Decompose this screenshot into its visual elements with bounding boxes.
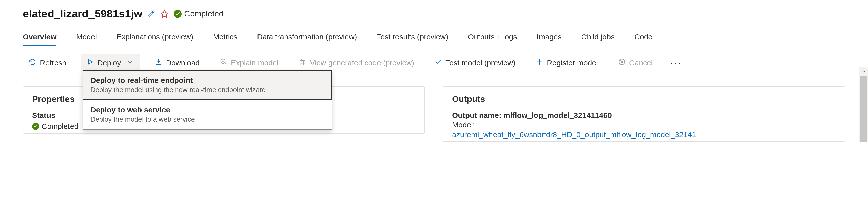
- download-label: Download: [166, 59, 199, 67]
- tab-metrics[interactable]: Metrics: [213, 33, 238, 46]
- vertical-scrollbar[interactable]: [860, 67, 868, 142]
- status-text: Completed: [184, 9, 223, 19]
- output-model-link[interactable]: azureml_wheat_fly_6wsnbrfdr8_HD_0_output…: [452, 130, 836, 139]
- edit-icon[interactable]: [147, 9, 155, 18]
- plus-icon: [536, 58, 543, 67]
- play-icon: [87, 58, 94, 67]
- tabs: Overview Model Explanations (preview) Me…: [23, 33, 845, 46]
- scroll-up-arrow-icon[interactable]: [860, 67, 868, 76]
- refresh-button[interactable]: Refresh: [23, 53, 72, 72]
- tab-overview[interactable]: Overview: [23, 33, 56, 46]
- register-label: Register model: [547, 59, 598, 67]
- status-badge: Completed: [174, 9, 223, 19]
- checkmark-icon: [434, 58, 442, 67]
- viewcode-label: View generated code (preview): [310, 59, 414, 67]
- status-value: Completed: [42, 122, 78, 131]
- tab-explanations[interactable]: Explanations (preview): [117, 33, 193, 46]
- tab-images[interactable]: Images: [537, 33, 561, 46]
- deploy-dropdown: Deploy to real-time endpoint Deploy the …: [83, 70, 332, 130]
- tab-model[interactable]: Model: [76, 33, 97, 46]
- tab-outputs-logs[interactable]: Outputs + logs: [468, 33, 517, 46]
- cancel-button: Cancel: [613, 54, 658, 72]
- job-title: elated_lizard_5981s1jw: [23, 7, 142, 20]
- download-icon: [155, 58, 162, 67]
- dd-desc: Deploy the model using the new real-time…: [90, 86, 324, 94]
- output-name-row: Output name: mlflow_log_model_321411460: [452, 111, 836, 120]
- dd-title: Deploy to real-time endpoint: [90, 76, 324, 84]
- favorite-star-icon[interactable]: [160, 9, 169, 19]
- view-code-button: View generated code (preview): [293, 54, 420, 72]
- check-circle-icon: [174, 10, 182, 18]
- deploy-realtime-endpoint[interactable]: Deploy to real-time endpoint Deploy the …: [83, 70, 332, 100]
- dd-desc: Deploy the model to a web service: [90, 116, 324, 124]
- dd-title: Deploy to web service: [90, 106, 324, 114]
- scroll-thumb[interactable]: [860, 76, 868, 142]
- tab-data-transformation[interactable]: Data transformation (preview): [257, 33, 357, 46]
- register-model-button[interactable]: Register model: [530, 54, 603, 72]
- tab-test-results[interactable]: Test results (preview): [376, 33, 448, 46]
- refresh-icon: [28, 58, 36, 68]
- hash-icon: [299, 58, 306, 67]
- output-model-label: Model:: [452, 120, 836, 129]
- deploy-label: Deploy: [97, 59, 121, 67]
- header: elated_lizard_5981s1jw Completed: [23, 7, 845, 20]
- refresh-label: Refresh: [40, 59, 66, 67]
- deploy-button[interactable]: Deploy: [81, 54, 140, 72]
- tab-code[interactable]: Code: [634, 33, 652, 46]
- download-button[interactable]: Download: [149, 54, 205, 72]
- status-value-row: Completed: [32, 122, 78, 131]
- tab-child-jobs[interactable]: Child jobs: [582, 33, 615, 46]
- outputs-card: Outputs Output name: mlflow_log_model_32…: [443, 86, 845, 142]
- check-circle-icon: [32, 123, 39, 130]
- explain-model-button: Explain model: [214, 54, 284, 72]
- cancel-circle-icon: [618, 58, 626, 67]
- overflow-menu-button[interactable]: ···: [668, 57, 685, 68]
- toolbar: Refresh Deploy Download Explain model: [23, 53, 845, 72]
- outputs-title: Outputs: [452, 94, 836, 104]
- explain-label: Explain model: [231, 59, 278, 67]
- testmodel-label: Test model (preview): [445, 59, 516, 67]
- output-name-label: Output name:: [452, 111, 503, 119]
- output-name-value: mlflow_log_model_321411460: [503, 111, 612, 119]
- magnify-plus-icon: [220, 58, 227, 67]
- page-root: elated_lizard_5981s1jw Completed Overvie…: [0, 0, 868, 142]
- deploy-web-service[interactable]: Deploy to web service Deploy the model t…: [83, 100, 332, 130]
- test-model-button[interactable]: Test model (preview): [429, 54, 521, 72]
- cancel-label: Cancel: [629, 59, 653, 67]
- chevron-down-icon: [127, 59, 133, 67]
